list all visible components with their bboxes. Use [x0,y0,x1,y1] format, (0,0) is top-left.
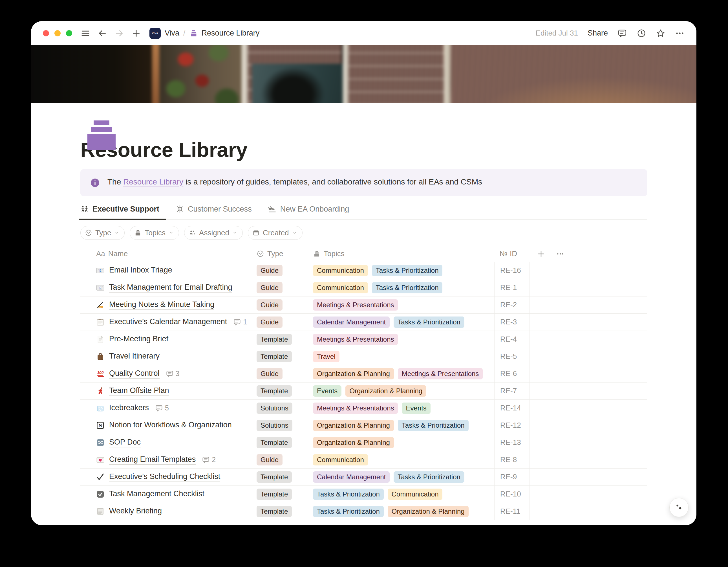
name-cell[interactable]: 100Quality Control3 [80,365,251,382]
name-cell[interactable]: Meeting Notes & Minute Taking [80,297,251,314]
name-cell[interactable]: Creating Email Templates2 [80,451,251,468]
topics-cell[interactable]: CommunicationTasks & Prioritization [305,279,495,296]
type-cell[interactable]: Template [251,434,305,451]
more-options-icon[interactable] [675,28,685,38]
id-cell[interactable]: RE-14 [495,400,530,417]
row-name[interactable]: Executive’s Scheduling Checklist [109,472,220,482]
row-name[interactable]: Team Offsite Plan [109,386,169,396]
type-cell[interactable]: Guide [251,314,305,331]
table-row[interactable]: Executive’s Calendar Management1GuideCal… [80,314,647,331]
name-cell[interactable]: Team Offsite Plan [80,383,251,400]
row-name[interactable]: Travel Itinerary [109,352,160,361]
type-cell[interactable]: Solutions [251,400,305,417]
type-cell[interactable]: Guide [251,279,305,296]
tab-executive-support[interactable]: Executive Support [80,200,159,219]
share-button[interactable]: Share [588,29,608,37]
row-name[interactable]: Creating Email Templates [109,455,196,465]
table-row[interactable]: NNotion for Workflows & OrganizationSolu… [80,417,647,434]
resource-library-link[interactable]: Resource Library [123,177,183,186]
topics-cell[interactable]: CommunicationTasks & Prioritization [305,262,495,279]
type-cell[interactable]: Solutions [251,417,305,434]
breadcrumb-workspace[interactable]: Viva [165,29,179,37]
topics-cell[interactable]: Tasks & PrioritizationCommunication [305,486,495,503]
minimize-window-button[interactable] [54,30,61,36]
id-cell[interactable]: RE-8 [495,451,530,468]
id-cell[interactable]: RE-11 [495,503,530,520]
row-name[interactable]: Email Inbox Triage [109,266,172,275]
column-header-type[interactable]: Type [251,249,305,258]
cover-image[interactable] [31,45,696,103]
topics-cell[interactable]: Meetings & PresentationsEvents [305,400,495,417]
name-cell[interactable]: NNotion for Workflows & Organization [80,417,251,434]
ai-assistant-button[interactable] [669,498,689,517]
name-cell[interactable]: Weekly Briefing [80,503,251,520]
topics-cell[interactable]: Calendar ManagementTasks & Prioritizatio… [305,469,495,486]
name-cell[interactable]: Executive’s Scheduling Checklist [80,469,251,486]
id-cell[interactable]: RE-9 [495,469,530,486]
type-cell[interactable]: Guide [251,365,305,382]
comment-count[interactable]: 2 [202,456,216,464]
id-cell[interactable]: RE-2 [495,297,530,314]
new-tab-icon[interactable] [131,28,141,38]
sidebar-toggle-icon[interactable] [81,28,90,38]
table-row[interactable]: 100Quality Control3GuideOrganization & P… [80,365,647,383]
id-cell[interactable]: RE-3 [495,314,530,331]
column-header-topics[interactable]: Topics [305,249,495,258]
filter-chip-assigned[interactable]: Assigned [184,226,243,240]
type-cell[interactable]: Template [251,486,305,503]
table-row[interactable]: Team Offsite PlanTemplateEventsOrganizat… [80,383,647,400]
row-name[interactable]: Weekly Briefing [109,507,162,516]
topics-cell[interactable]: Organization & PlanningTasks & Prioritiz… [305,417,495,434]
topics-cell[interactable]: Communication [305,451,495,468]
column-header-id[interactable]: № ID [495,249,530,258]
tab-customer-success[interactable]: Customer Success [176,200,252,219]
type-cell[interactable]: Guide [251,451,305,468]
zoom-window-button[interactable] [66,30,72,36]
add-column-icon[interactable] [537,250,545,258]
id-cell[interactable]: RE-6 [495,365,530,382]
row-name[interactable]: Pre-Meeting Brief [109,335,168,344]
type-cell[interactable]: Template [251,503,305,520]
forward-icon[interactable] [114,28,124,38]
row-name[interactable]: Task Management for Email Drafting [109,283,232,293]
topics-cell[interactable]: EventsOrganization & Planning [305,383,495,400]
name-cell[interactable]: Pre-Meeting Brief [80,331,251,348]
row-name[interactable]: SOP Doc [109,438,141,447]
type-cell[interactable]: Guide [251,297,305,314]
comments-icon[interactable] [617,28,627,38]
topics-cell[interactable]: Meetings & Presentations [305,331,495,348]
id-cell[interactable]: RE-4 [495,331,530,348]
breadcrumb-page[interactable]: Resource Library [202,29,260,37]
name-cell[interactable]: Travel Itinerary [80,348,251,365]
topics-cell[interactable]: Organization & Planning [305,434,495,451]
table-row[interactable]: EEmail Inbox TriageGuideCommunicationTas… [80,262,647,279]
filter-chip-topics[interactable]: Topics [130,226,179,240]
row-name[interactable]: Notion for Workflows & Organization [109,421,232,430]
row-name[interactable]: Meeting Notes & Minute Taking [109,300,214,310]
name-cell[interactable]: EEmail Inbox Triage [80,262,251,279]
name-cell[interactable]: Task Management Checklist [80,486,251,503]
filter-chip-type[interactable]: Type [80,226,125,240]
workspace-logo[interactable]: VIVA [149,28,161,39]
topics-cell[interactable]: Travel [305,348,495,365]
back-icon[interactable] [98,28,107,38]
table-row[interactable]: Task Management ChecklistTemplateTasks &… [80,486,647,503]
favorite-icon[interactable] [656,28,665,38]
table-row[interactable]: Icebreakers5SolutionsMeetings & Presenta… [80,400,647,417]
table-row[interactable]: Meeting Notes & Minute TakingGuideMeetin… [80,297,647,314]
id-cell[interactable]: RE-1 [495,279,530,296]
name-cell[interactable]: SOP Doc [80,434,251,451]
topics-cell[interactable]: Organization & PlanningMeetings & Presen… [305,365,495,382]
row-name[interactable]: Icebreakers [109,403,149,413]
id-cell[interactable]: RE-10 [495,486,530,503]
id-cell[interactable]: RE-16 [495,262,530,279]
column-header-name[interactable]: Aa Name [80,249,251,258]
type-cell[interactable]: Guide [251,262,305,279]
table-row[interactable]: Weekly BriefingTemplateTasks & Prioritiz… [80,503,647,520]
id-cell[interactable]: RE-5 [495,348,530,365]
topics-cell[interactable]: Tasks & PrioritizationOrganization & Pla… [305,503,495,520]
row-name[interactable]: Task Management Checklist [109,489,204,499]
id-cell[interactable]: RE-7 [495,383,530,400]
table-row[interactable]: ETask Management for Email DraftingGuide… [80,279,647,297]
comment-count[interactable]: 3 [166,370,180,378]
